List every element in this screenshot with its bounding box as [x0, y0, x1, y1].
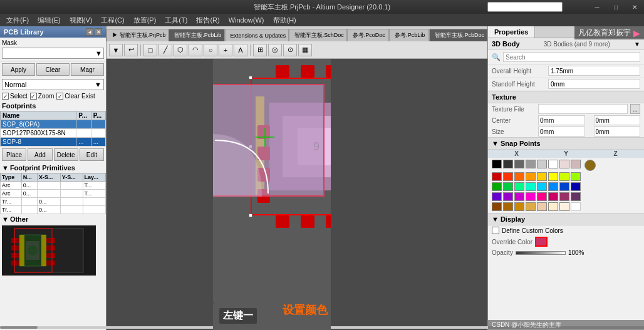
swatch-red-orange[interactable] — [503, 172, 513, 181]
snap-points-header[interactable]: ▼ Snap Points — [488, 137, 644, 150]
swatch-white[interactable] — [548, 160, 558, 168]
swatch-yellow[interactable] — [548, 172, 558, 181]
size-x-value[interactable]: 0mm — [538, 126, 585, 137]
swatch-yellow-green[interactable] — [559, 172, 569, 181]
swatch-yellow-orange[interactable] — [537, 172, 547, 181]
toolbar-filter-btn[interactable]: ▼ — [109, 44, 123, 56]
magr-button[interactable]: Magr — [71, 63, 104, 76]
opacity-slider[interactable] — [516, 251, 566, 255]
prim-row-0[interactable]: Arc 0... T... — [1, 182, 106, 190]
toolbar-drill-btn[interactable]: ⊙ — [283, 44, 297, 56]
clear-exist-checkbox[interactable] — [56, 93, 63, 100]
canvas-area[interactable]: 9 — [213, 59, 331, 330]
prim-row-3[interactable]: Tr... 0... — [1, 206, 106, 214]
swatch-white2[interactable] — [571, 202, 581, 211]
custom-colors-checkbox[interactable] — [492, 227, 499, 234]
toolbar-undo-btn[interactable]: ↩ — [124, 44, 138, 56]
clear-exist-checkbox-item[interactable]: Clear Exist — [56, 93, 95, 100]
menu-reports[interactable]: 报告(R) — [192, 15, 223, 26]
add-button[interactable]: Add — [28, 148, 52, 161]
search-box[interactable] — [487, 2, 563, 12]
swatch-crimson[interactable] — [548, 192, 558, 201]
shape2-container[interactable] — [213, 84, 325, 197]
swatch-brown[interactable] — [492, 202, 502, 211]
center-y-value[interactable]: 0mm — [594, 115, 641, 125]
swatch-light-pink[interactable] — [559, 160, 569, 168]
swatch-spring[interactable] — [514, 182, 524, 191]
toolbar-circle-btn[interactable]: ○ — [204, 44, 217, 56]
fp-row-2[interactable]: SOP-8 ... ... — [1, 138, 106, 147]
swatch-navy[interactable] — [571, 182, 581, 191]
menu-place[interactable]: 放置(P) — [130, 15, 160, 26]
select-checkbox[interactable] — [2, 93, 9, 100]
toolbar-plus-btn[interactable]: + — [219, 44, 232, 56]
menu-view[interactable]: 视图(V) — [66, 15, 96, 26]
panel-close-button[interactable]: ✕ — [95, 28, 102, 36]
texture-section[interactable]: Texture — [488, 91, 644, 103]
edit-button[interactable]: Edit — [80, 148, 104, 161]
toolbar-arc-btn[interactable]: ◠ — [189, 44, 202, 56]
filter-icon[interactable]: ▼ — [634, 41, 640, 48]
swatch-violet[interactable] — [503, 192, 513, 201]
texture-browse-btn[interactable]: ... — [630, 104, 640, 114]
toolbar-text-btn[interactable]: A — [234, 44, 247, 56]
minimize-button[interactable]: ─ — [588, 0, 606, 14]
tab-pcblib2[interactable]: 参考.PcbLib — [389, 29, 429, 41]
menu-window[interactable]: Window(W) — [225, 16, 268, 24]
swatch-dark-gray[interactable] — [503, 160, 513, 168]
toolbar-line-btn[interactable]: ╱ — [158, 44, 172, 56]
close-button[interactable]: ✕ — [625, 0, 644, 14]
select-checkbox-item[interactable]: Select — [2, 93, 28, 100]
display-section-header[interactable]: ▼ Display — [488, 213, 644, 225]
zoom-checkbox-item[interactable]: Zoom — [30, 93, 55, 100]
tab-extensions[interactable]: Extensions & Updates — [225, 29, 289, 41]
tab-pcblib[interactable]: 智能车主板.PcbLib — [169, 29, 224, 41]
toolbar-poly-btn[interactable]: ⬡ — [174, 44, 187, 56]
swatch-gray[interactable] — [514, 160, 524, 168]
swatch-saddle[interactable] — [503, 202, 513, 211]
swatch-dark-blue[interactable] — [559, 182, 569, 191]
swatch-black[interactable] — [492, 160, 502, 168]
maximize-button[interactable]: □ — [606, 0, 625, 14]
menu-help[interactable]: 帮助(H) — [269, 15, 300, 26]
toolbar-rect-btn[interactable]: □ — [143, 44, 157, 56]
swatch-red[interactable] — [492, 172, 502, 181]
swatch-pink-gray[interactable] — [571, 160, 581, 168]
tab-pcodoc[interactable]: 参考.PcoDoc — [347, 29, 389, 41]
toolbar-comp-btn[interactable]: ⊞ — [253, 44, 267, 56]
swatch-lime[interactable] — [571, 172, 581, 181]
swatch-amber[interactable] — [526, 172, 536, 181]
tab-pcbdoc[interactable]: 智能车主板.PcbDoc — [429, 29, 487, 41]
zoom-checkbox[interactable] — [30, 93, 37, 100]
swatch-plum[interactable] — [571, 192, 581, 201]
swatch-deep-pink[interactable] — [537, 192, 547, 201]
swatch-mid-gray[interactable] — [526, 160, 536, 168]
tab-project[interactable]: ▶ 智能车主板.PrjPcb — [106, 29, 169, 41]
swatch-tan[interactable] — [537, 202, 547, 211]
swatch-hot-pink[interactable] — [526, 192, 536, 201]
fp-row-1[interactable]: SOP127P600X175-8N — [1, 129, 106, 138]
prim-row-2[interactable]: Tr... 0... — [1, 198, 106, 206]
prim-row-1[interactable]: Arc 0... T... — [1, 190, 106, 198]
swatch-cream[interactable] — [548, 202, 558, 211]
swatch-blue[interactable] — [548, 182, 558, 191]
menu-edit[interactable]: 编辑(E) — [34, 15, 65, 26]
normal-dropdown[interactable]: Normal ▼ — [2, 79, 104, 90]
swatch-purple[interactable] — [492, 192, 502, 201]
swatch-light-gray[interactable] — [537, 160, 547, 168]
size-y-value[interactable]: 0mm — [594, 126, 641, 137]
swatch-magenta[interactable] — [514, 192, 524, 201]
menu-file[interactable]: 文件(F) — [3, 15, 33, 26]
overall-height-value[interactable]: 1.75mm — [548, 66, 640, 76]
properties-tab[interactable]: Properties — [488, 26, 535, 38]
panel-pin-button[interactable]: ◂ — [86, 28, 93, 36]
override-color-button[interactable] — [535, 237, 548, 247]
swatch-gold[interactable] — [526, 202, 536, 211]
swatch-cyan[interactable] — [537, 182, 547, 191]
standoff-height-value[interactable]: 0mm — [548, 79, 640, 89]
apply-button[interactable]: Apply — [2, 63, 35, 76]
place-button[interactable]: Place — [2, 148, 26, 161]
center-x-value[interactable]: 0mm — [538, 115, 585, 125]
fp-row-0[interactable]: SOP_8(OPA) — [1, 120, 106, 129]
menu-project[interactable]: 工程(C) — [97, 15, 128, 26]
